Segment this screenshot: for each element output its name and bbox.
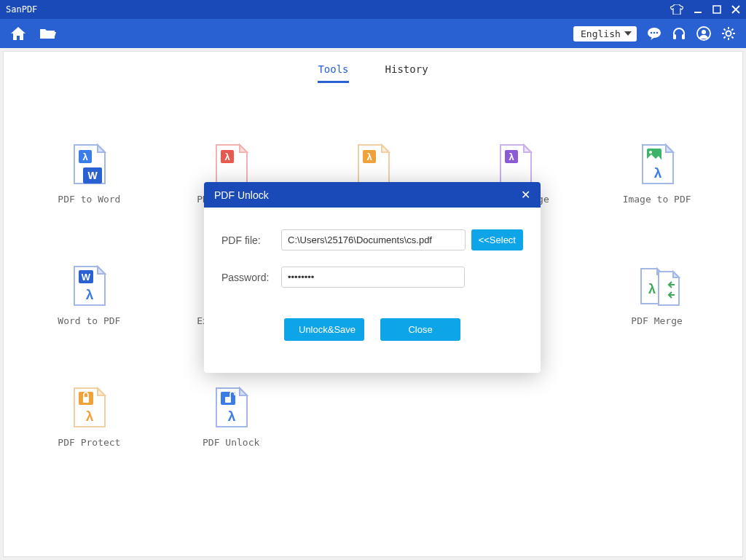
pdf-image-icon: λ — [495, 141, 535, 186]
tool-label: Word to PDF — [42, 315, 136, 326]
home-icon[interactable] — [10, 26, 26, 41]
svg-rect-0 — [694, 12, 702, 13]
pdf-unlock-dialog: PDF Unlock ✕ PDF file: <<Select Password… — [204, 182, 541, 373]
pdf-excel-icon: λ — [211, 141, 251, 186]
gear-icon[interactable] — [721, 26, 736, 41]
svg-point-3 — [651, 32, 653, 34]
tool-pdf-merge[interactable]: λ PDF Merge — [610, 263, 704, 326]
svg-rect-40 — [225, 397, 231, 403]
tool-label: Image to PDF — [610, 194, 704, 205]
pdf-unlock-icon: λ — [211, 384, 251, 430]
close-button[interactable]: Close — [380, 318, 460, 341]
dialog-title: PDF Unlock — [214, 189, 521, 201]
password-input[interactable] — [281, 267, 465, 288]
app-header: English — [0, 19, 746, 48]
svg-rect-37 — [83, 397, 89, 403]
svg-text:λ: λ — [653, 165, 661, 181]
tool-label: PDF Protect — [42, 437, 136, 448]
tshirt-icon[interactable] — [670, 4, 683, 15]
pdf-protect-icon: λ — [68, 384, 109, 430]
svg-line-16 — [731, 36, 733, 38]
tab-history[interactable]: History — [385, 63, 428, 83]
svg-text:λ: λ — [86, 409, 94, 424]
tool-label: PDF to Word — [42, 194, 136, 205]
pdf-ppt-icon: λ — [353, 141, 393, 186]
svg-text:λ: λ — [228, 409, 236, 424]
svg-line-18 — [731, 29, 733, 31]
window-titlebar: SanPDF — [0, 0, 746, 19]
svg-point-10 — [726, 31, 731, 36]
pdf-file-input[interactable] — [281, 229, 466, 251]
unlock-save-button[interactable]: Unlock&Save — [284, 318, 364, 341]
folder-icon[interactable] — [39, 27, 57, 40]
svg-text:λ: λ — [86, 287, 94, 302]
tool-label: PDF Merge — [610, 315, 704, 326]
svg-point-5 — [656, 32, 659, 34]
svg-line-17 — [724, 36, 726, 38]
svg-point-9 — [702, 30, 706, 34]
svg-rect-7 — [682, 34, 685, 39]
svg-point-30 — [649, 151, 652, 154]
chat-icon[interactable] — [647, 27, 661, 40]
tool-pdf-protect[interactable]: λ PDF Protect — [42, 384, 136, 448]
language-select[interactable]: English — [573, 26, 637, 42]
svg-rect-6 — [673, 34, 676, 39]
close-icon[interactable] — [731, 5, 740, 14]
pdf-word-icon: λW — [68, 141, 109, 186]
tool-word-to-pdf[interactable]: Wλ Word to PDF — [42, 263, 136, 326]
svg-text:λ: λ — [366, 151, 372, 162]
tabs-bar: Tools History — [4, 52, 742, 83]
dialog-header[interactable]: PDF Unlock ✕ — [204, 182, 541, 208]
dialog-close-button[interactable]: ✕ — [521, 188, 530, 202]
svg-text:W: W — [82, 272, 91, 283]
user-icon[interactable] — [696, 26, 711, 41]
pdf-merge-icon: λ — [637, 263, 678, 308]
headphones-icon[interactable] — [672, 26, 686, 41]
image-pdf-icon: λ — [637, 141, 678, 186]
tool-image-to-pdf[interactable]: λ Image to PDF — [610, 141, 704, 205]
password-label: Password: — [221, 272, 275, 283]
svg-text:λ: λ — [509, 151, 514, 162]
tool-label: PDF Unlock — [184, 437, 278, 448]
svg-rect-1 — [713, 6, 721, 13]
minimize-icon[interactable] — [694, 5, 702, 14]
svg-text:W: W — [88, 170, 98, 181]
svg-text:λ: λ — [648, 282, 656, 296]
pdf-file-label: PDF file: — [221, 234, 275, 246]
maximize-icon[interactable] — [712, 5, 721, 14]
svg-text:λ: λ — [225, 151, 231, 162]
word-pdf-icon: Wλ — [68, 263, 109, 308]
tool-pdf-unlock[interactable]: λ PDF Unlock — [184, 384, 278, 448]
select-button[interactable]: <<Select — [471, 229, 523, 251]
svg-text:λ: λ — [83, 151, 89, 162]
tool-pdf-to-word[interactable]: λW PDF to Word — [42, 141, 136, 205]
svg-point-4 — [653, 32, 656, 34]
svg-line-15 — [724, 29, 726, 31]
tab-tools[interactable]: Tools — [318, 63, 348, 83]
app-title: SanPDF — [6, 4, 37, 15]
